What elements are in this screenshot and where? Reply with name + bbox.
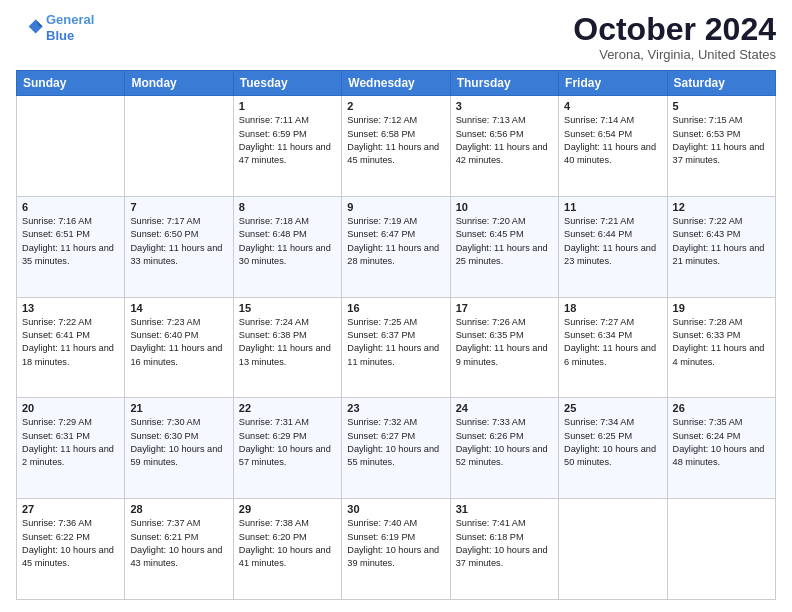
day-header-monday: Monday — [125, 71, 233, 96]
logo-text: General Blue — [46, 12, 94, 43]
day-header-thursday: Thursday — [450, 71, 558, 96]
calendar-cell: 2Sunrise: 7:12 AMSunset: 6:58 PMDaylight… — [342, 96, 450, 197]
logo-blue: Blue — [46, 28, 74, 43]
week-row-3: 20Sunrise: 7:29 AMSunset: 6:31 PMDayligh… — [17, 398, 776, 499]
calendar-cell: 5Sunrise: 7:15 AMSunset: 6:53 PMDaylight… — [667, 96, 775, 197]
calendar-cell: 22Sunrise: 7:31 AMSunset: 6:29 PMDayligh… — [233, 398, 341, 499]
calendar-cell: 3Sunrise: 7:13 AMSunset: 6:56 PMDaylight… — [450, 96, 558, 197]
calendar-cell: 26Sunrise: 7:35 AMSunset: 6:24 PMDayligh… — [667, 398, 775, 499]
day-number: 16 — [347, 302, 444, 314]
day-number: 12 — [673, 201, 770, 213]
day-info: Sunrise: 7:14 AMSunset: 6:54 PMDaylight:… — [564, 114, 661, 167]
week-row-0: 1Sunrise: 7:11 AMSunset: 6:59 PMDaylight… — [17, 96, 776, 197]
calendar-cell: 6Sunrise: 7:16 AMSunset: 6:51 PMDaylight… — [17, 196, 125, 297]
day-info: Sunrise: 7:37 AMSunset: 6:21 PMDaylight:… — [130, 517, 227, 570]
day-number: 4 — [564, 100, 661, 112]
location: Verona, Virginia, United States — [573, 47, 776, 62]
day-info: Sunrise: 7:26 AMSunset: 6:35 PMDaylight:… — [456, 316, 553, 369]
day-info: Sunrise: 7:29 AMSunset: 6:31 PMDaylight:… — [22, 416, 119, 469]
day-info: Sunrise: 7:35 AMSunset: 6:24 PMDaylight:… — [673, 416, 770, 469]
day-number: 7 — [130, 201, 227, 213]
calendar-cell: 1Sunrise: 7:11 AMSunset: 6:59 PMDaylight… — [233, 96, 341, 197]
day-info: Sunrise: 7:22 AMSunset: 6:43 PMDaylight:… — [673, 215, 770, 268]
day-number: 9 — [347, 201, 444, 213]
day-header-tuesday: Tuesday — [233, 71, 341, 96]
day-number: 10 — [456, 201, 553, 213]
calendar-cell: 23Sunrise: 7:32 AMSunset: 6:27 PMDayligh… — [342, 398, 450, 499]
day-number: 24 — [456, 402, 553, 414]
calendar-cell: 16Sunrise: 7:25 AMSunset: 6:37 PMDayligh… — [342, 297, 450, 398]
calendar-cell: 8Sunrise: 7:18 AMSunset: 6:48 PMDaylight… — [233, 196, 341, 297]
calendar-cell: 7Sunrise: 7:17 AMSunset: 6:50 PMDaylight… — [125, 196, 233, 297]
day-info: Sunrise: 7:11 AMSunset: 6:59 PMDaylight:… — [239, 114, 336, 167]
calendar-cell: 31Sunrise: 7:41 AMSunset: 6:18 PMDayligh… — [450, 499, 558, 600]
calendar-cell: 19Sunrise: 7:28 AMSunset: 6:33 PMDayligh… — [667, 297, 775, 398]
calendar-cell — [559, 499, 667, 600]
title-block: October 2024 Verona, Virginia, United St… — [573, 12, 776, 62]
day-number: 21 — [130, 402, 227, 414]
calendar-cell: 18Sunrise: 7:27 AMSunset: 6:34 PMDayligh… — [559, 297, 667, 398]
day-info: Sunrise: 7:22 AMSunset: 6:41 PMDaylight:… — [22, 316, 119, 369]
day-number: 30 — [347, 503, 444, 515]
day-number: 28 — [130, 503, 227, 515]
calendar-cell — [125, 96, 233, 197]
day-number: 17 — [456, 302, 553, 314]
day-number: 25 — [564, 402, 661, 414]
day-number: 13 — [22, 302, 119, 314]
calendar-cell: 9Sunrise: 7:19 AMSunset: 6:47 PMDaylight… — [342, 196, 450, 297]
day-info: Sunrise: 7:24 AMSunset: 6:38 PMDaylight:… — [239, 316, 336, 369]
day-header-saturday: Saturday — [667, 71, 775, 96]
day-info: Sunrise: 7:41 AMSunset: 6:18 PMDaylight:… — [456, 517, 553, 570]
calendar-cell — [17, 96, 125, 197]
day-info: Sunrise: 7:13 AMSunset: 6:56 PMDaylight:… — [456, 114, 553, 167]
day-info: Sunrise: 7:21 AMSunset: 6:44 PMDaylight:… — [564, 215, 661, 268]
day-info: Sunrise: 7:32 AMSunset: 6:27 PMDaylight:… — [347, 416, 444, 469]
day-number: 2 — [347, 100, 444, 112]
calendar-cell: 15Sunrise: 7:24 AMSunset: 6:38 PMDayligh… — [233, 297, 341, 398]
calendar-cell: 13Sunrise: 7:22 AMSunset: 6:41 PMDayligh… — [17, 297, 125, 398]
day-number: 1 — [239, 100, 336, 112]
month-title: October 2024 — [573, 12, 776, 47]
calendar-cell: 17Sunrise: 7:26 AMSunset: 6:35 PMDayligh… — [450, 297, 558, 398]
week-row-1: 6Sunrise: 7:16 AMSunset: 6:51 PMDaylight… — [17, 196, 776, 297]
day-number: 15 — [239, 302, 336, 314]
calendar-cell: 24Sunrise: 7:33 AMSunset: 6:26 PMDayligh… — [450, 398, 558, 499]
day-number: 23 — [347, 402, 444, 414]
day-number: 31 — [456, 503, 553, 515]
calendar-cell: 10Sunrise: 7:20 AMSunset: 6:45 PMDayligh… — [450, 196, 558, 297]
day-info: Sunrise: 7:30 AMSunset: 6:30 PMDaylight:… — [130, 416, 227, 469]
calendar-cell: 27Sunrise: 7:36 AMSunset: 6:22 PMDayligh… — [17, 499, 125, 600]
day-header-wednesday: Wednesday — [342, 71, 450, 96]
calendar-cell: 29Sunrise: 7:38 AMSunset: 6:20 PMDayligh… — [233, 499, 341, 600]
calendar-cell: 28Sunrise: 7:37 AMSunset: 6:21 PMDayligh… — [125, 499, 233, 600]
day-number: 8 — [239, 201, 336, 213]
day-info: Sunrise: 7:38 AMSunset: 6:20 PMDaylight:… — [239, 517, 336, 570]
day-number: 26 — [673, 402, 770, 414]
day-info: Sunrise: 7:28 AMSunset: 6:33 PMDaylight:… — [673, 316, 770, 369]
week-row-4: 27Sunrise: 7:36 AMSunset: 6:22 PMDayligh… — [17, 499, 776, 600]
day-info: Sunrise: 7:27 AMSunset: 6:34 PMDaylight:… — [564, 316, 661, 369]
calendar-cell: 20Sunrise: 7:29 AMSunset: 6:31 PMDayligh… — [17, 398, 125, 499]
calendar-cell: 21Sunrise: 7:30 AMSunset: 6:30 PMDayligh… — [125, 398, 233, 499]
day-info: Sunrise: 7:20 AMSunset: 6:45 PMDaylight:… — [456, 215, 553, 268]
day-number: 27 — [22, 503, 119, 515]
day-info: Sunrise: 7:15 AMSunset: 6:53 PMDaylight:… — [673, 114, 770, 167]
day-number: 18 — [564, 302, 661, 314]
day-info: Sunrise: 7:19 AMSunset: 6:47 PMDaylight:… — [347, 215, 444, 268]
calendar-cell — [667, 499, 775, 600]
calendar-cell: 25Sunrise: 7:34 AMSunset: 6:25 PMDayligh… — [559, 398, 667, 499]
calendar-cell: 30Sunrise: 7:40 AMSunset: 6:19 PMDayligh… — [342, 499, 450, 600]
day-number: 20 — [22, 402, 119, 414]
day-info: Sunrise: 7:33 AMSunset: 6:26 PMDaylight:… — [456, 416, 553, 469]
day-info: Sunrise: 7:18 AMSunset: 6:48 PMDaylight:… — [239, 215, 336, 268]
week-row-2: 13Sunrise: 7:22 AMSunset: 6:41 PMDayligh… — [17, 297, 776, 398]
day-info: Sunrise: 7:34 AMSunset: 6:25 PMDaylight:… — [564, 416, 661, 469]
day-number: 29 — [239, 503, 336, 515]
day-number: 5 — [673, 100, 770, 112]
header-row: SundayMondayTuesdayWednesdayThursdayFrid… — [17, 71, 776, 96]
calendar-table: SundayMondayTuesdayWednesdayThursdayFrid… — [16, 70, 776, 600]
day-info: Sunrise: 7:23 AMSunset: 6:40 PMDaylight:… — [130, 316, 227, 369]
day-number: 6 — [22, 201, 119, 213]
day-info: Sunrise: 7:40 AMSunset: 6:19 PMDaylight:… — [347, 517, 444, 570]
calendar-cell: 14Sunrise: 7:23 AMSunset: 6:40 PMDayligh… — [125, 297, 233, 398]
